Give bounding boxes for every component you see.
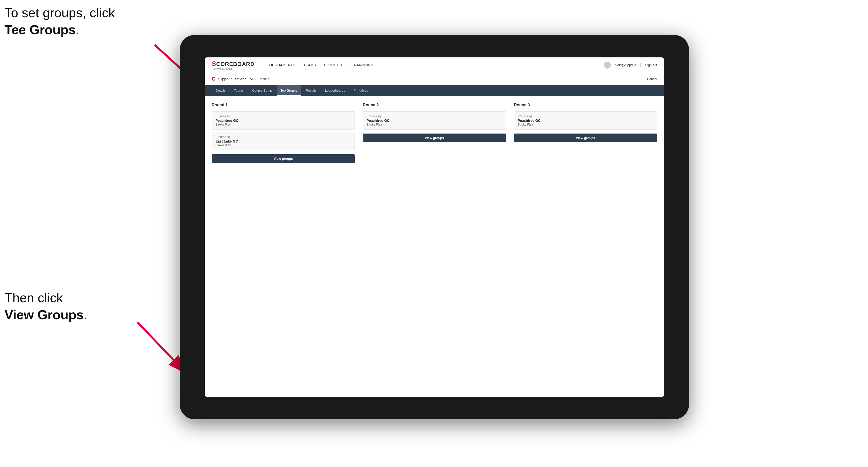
view-groups-round-2[interactable]: View groups xyxy=(363,133,506,142)
round-3-course-a: (Course A) Peachtree GC Stroke Play xyxy=(514,111,657,129)
round-1-title: Round 1 xyxy=(212,103,355,107)
tablet-device: SCOREBOARD Powered by clippit TOURNAMENT… xyxy=(180,35,689,419)
logo: SCOREBOARD Powered by clippit xyxy=(212,60,255,70)
instruction-view-groups: View Groups xyxy=(4,308,84,322)
tab-tee-groups[interactable]: Tee Groups xyxy=(277,85,301,96)
view-groups-round-1[interactable]: View groups xyxy=(212,154,355,163)
hosting-badge: Hosting xyxy=(258,77,269,81)
round2-course-a-label: (Course A) xyxy=(367,115,502,118)
tab-course-setup[interactable]: Course Setup xyxy=(248,85,276,96)
instruction-bottom: Then click View Groups. xyxy=(4,289,87,323)
instruction-line3: Then click xyxy=(4,290,63,305)
course-a-name: Peachtree GC xyxy=(215,119,351,123)
tab-results[interactable]: Results xyxy=(302,85,320,96)
rounds-grid: Round 1 (Course A) Peachtree GC Stroke P… xyxy=(212,103,657,163)
cancel-button[interactable]: Cancel xyxy=(647,77,657,81)
round-2-title: Round 2 xyxy=(363,103,506,107)
instruction-top: To set groups, click Tee Groups. xyxy=(4,4,115,38)
sign-out-link[interactable]: Sign out xyxy=(645,63,657,67)
instruction-line1: To set groups, click xyxy=(4,5,115,20)
tab-details[interactable]: Details xyxy=(212,85,230,96)
nav-tournaments[interactable]: TOURNAMENTS xyxy=(267,63,295,67)
main-content: Round 1 (Course A) Peachtree GC Stroke P… xyxy=(205,96,664,397)
round-1-col: Round 1 (Course A) Peachtree GC Stroke P… xyxy=(212,103,355,163)
course-b-label: (Course B) xyxy=(215,135,351,139)
tablet-screen: SCOREBOARD Powered by clippit TOURNAMENT… xyxy=(205,57,664,397)
course-b-name: East Lake GC xyxy=(215,139,351,143)
user-email: blair@clippd.io xyxy=(615,63,636,67)
round3-course-a-label: (Course A) xyxy=(518,115,653,118)
tab-bar: Details Teams Course Setup Tee Groups Re… xyxy=(205,85,664,96)
round-2-col: Round 2 (Course A) Peachtree GC Stroke P… xyxy=(363,103,506,163)
nav-teams[interactable]: TEAMS xyxy=(303,63,316,67)
round3-course-a-name: Peachtree GC xyxy=(518,119,653,123)
round-3-title: Round 3 xyxy=(514,103,657,107)
round-3-col: Round 3 (Course A) Peachtree GC Stroke P… xyxy=(514,103,657,163)
nav-rankings[interactable]: RANKINGS xyxy=(354,63,373,67)
course-b-type: Stroke Play xyxy=(215,144,351,147)
nav-links: TOURNAMENTS TEAMS COMMITTEE RANKINGS xyxy=(267,63,594,67)
nav-committee[interactable]: COMMITTEE xyxy=(324,63,346,67)
round2-course-a-name: Peachtree GC xyxy=(367,119,502,123)
round-1-course-a: (Course A) Peachtree GC Stroke Play xyxy=(212,111,355,129)
round-1-course-b: (Course B) East Lake GC Stroke Play xyxy=(212,132,355,150)
course-a-label: (Course A) xyxy=(215,115,351,118)
round-2-course-a: (Course A) Peachtree GC Stroke Play xyxy=(363,111,506,129)
tab-teams[interactable]: Teams xyxy=(230,85,248,96)
instruction-tee-groups: Tee Groups xyxy=(4,23,75,37)
sub-header: C Clippd Invitational (M... Hosting Canc… xyxy=(205,73,664,85)
tournament-title: Clippd Invitational (M... xyxy=(218,77,256,81)
top-navbar: SCOREBOARD Powered by clippit TOURNAMENT… xyxy=(205,57,664,73)
logo-text: SCOREBOARD xyxy=(212,60,255,68)
logo-sub: Powered by clippit xyxy=(212,68,255,70)
tab-leaderboards[interactable]: Leaderboards xyxy=(321,85,349,96)
nav-right: blair@clippd.io | Sign out xyxy=(604,62,657,69)
view-groups-round-3[interactable]: View groups xyxy=(514,133,657,142)
tournament-name: C Clippd Invitational (M... Hosting xyxy=(212,76,269,82)
round2-course-a-type: Stroke Play xyxy=(367,123,502,126)
user-avatar xyxy=(604,62,611,69)
course-a-type: Stroke Play xyxy=(215,123,351,126)
tab-printables[interactable]: Printables xyxy=(349,85,372,96)
round3-course-a-type: Stroke Play xyxy=(518,123,653,126)
